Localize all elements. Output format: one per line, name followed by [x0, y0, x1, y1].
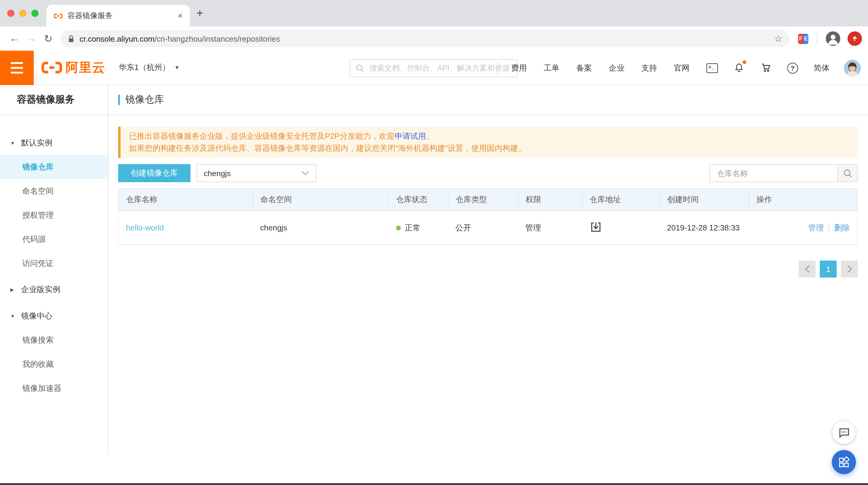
col-permission: 权限 [518, 189, 582, 211]
page-1-button[interactable]: 1 [820, 261, 837, 278]
repo-name-link[interactable]: hello-world [126, 223, 164, 232]
bookmark-star-icon[interactable]: ☆ [774, 33, 782, 44]
col-type: 仓库类型 [448, 189, 518, 211]
search-icon [843, 169, 852, 178]
sidebar-group-enterprise-instance[interactable]: ▶ 企业版实例 [0, 278, 108, 302]
browser-tab[interactable]: 容器镜像服务 × [46, 5, 190, 27]
sidebar-item-access-credentials[interactable]: 访问凭证 [0, 252, 108, 276]
sidebar-item-code-source[interactable]: 代码源 [0, 227, 108, 252]
notification-badge [743, 60, 746, 64]
fe-extension-icon[interactable]: FE [798, 33, 808, 44]
banner-line1: 已推出容器镜像服务企业版，提供企业级镜像安全托管及P2P分发能力，欢迎申请试用。 [129, 130, 849, 142]
chevron-left-icon [804, 265, 810, 273]
title-row: 容器镜像服务 镜像仓库 [0, 85, 868, 115]
sidebar: ▼ 默认实例 镜像仓库 命名空间 授权管理 代码源 访问凭证 ▶ 企业版实例 ▼… [0, 115, 108, 455]
repo-status: 正常 [396, 222, 441, 233]
chevron-down-icon [301, 171, 309, 175]
delete-link[interactable]: 删除 [834, 223, 850, 232]
browser-profile-icon[interactable] [826, 31, 840, 46]
user-avatar[interactable] [844, 59, 861, 76]
sidebar-group-image-center[interactable]: ▼ 镜像中心 [0, 304, 108, 328]
new-tab-button[interactable]: + [196, 7, 203, 19]
apply-trial-link[interactable]: 申请试用 [395, 132, 426, 141]
manage-link[interactable]: 管理 [808, 223, 824, 232]
namespace-select-value: chengjs [204, 169, 231, 178]
header-divider [497, 61, 498, 75]
help-icon[interactable]: ? [787, 62, 798, 73]
create-repository-button[interactable]: 创建镜像仓库 [118, 164, 190, 182]
back-icon[interactable]: ← [6, 33, 23, 45]
minimize-window-button[interactable] [19, 10, 27, 17]
cart-icon[interactable] [760, 62, 772, 74]
pagination: 1 [118, 261, 858, 278]
notification-bell-icon[interactable] [734, 62, 744, 74]
search-button[interactable] [837, 164, 858, 182]
title-accent-bar [118, 95, 120, 105]
repository-search [710, 164, 858, 182]
nav-support[interactable]: 支持 [641, 62, 657, 73]
sidebar-group-default-instance[interactable]: ▼ 默认实例 [0, 131, 108, 155]
forward-icon[interactable]: → [23, 33, 40, 45]
next-page-button[interactable] [841, 261, 858, 278]
macos-window-controls [7, 10, 38, 17]
chevron-down-icon: ▼ [174, 64, 180, 70]
sidebar-item-repositories[interactable]: 镜像仓库 [0, 155, 108, 179]
triangle-down-icon: ▼ [10, 313, 16, 319]
repositories-table: 仓库名称 命名空间 仓库状态 仓库类型 权限 仓库地址 创建时间 操作 hell… [118, 188, 858, 245]
chat-bubble-icon [838, 427, 849, 438]
lock-icon [67, 35, 75, 42]
language-selector[interactable]: 简体 [814, 62, 830, 73]
apps-grid-icon [838, 456, 850, 468]
notice-banner: 已推出容器镜像服务企业版，提供企业级镜像安全托管及P2P分发能力，欢迎申请试用。… [118, 127, 858, 158]
nav-icp[interactable]: 备案 [576, 62, 592, 73]
aliyun-logo-icon [41, 60, 63, 75]
browser-update-icon[interactable] [847, 31, 862, 46]
sidebar-item-authorization[interactable]: 授权管理 [0, 203, 108, 227]
toolbar-controls: 创建镜像仓库 chengjs [118, 164, 858, 182]
toolbar-divider [817, 33, 817, 44]
table-row: hello-world chengjs 正常 公开 管理 2019 [119, 211, 858, 245]
sidebar-item-my-favorites[interactable]: 我的收藏 [0, 352, 108, 376]
nav-tickets[interactable]: 工单 [544, 62, 559, 73]
reload-icon[interactable]: ↻ [40, 32, 57, 45]
copy-address-icon[interactable] [589, 221, 602, 233]
region-selector[interactable]: 华东1（杭州） ▼ [119, 62, 180, 73]
sidebar-item-image-accelerator[interactable]: 镜像加速器 [0, 376, 108, 401]
feedback-chat-button[interactable] [832, 421, 855, 444]
nav-website[interactable]: 官网 [674, 62, 689, 73]
quick-nav-button[interactable] [832, 450, 856, 474]
browser-toolbar: ← → ↻ cr.console.aliyun.com/cn-hangzhou/… [0, 27, 868, 51]
cloudshell-icon[interactable]: >_ [707, 63, 718, 73]
col-namespace: 命名空间 [253, 189, 389, 211]
repo-permission: 管理 [518, 211, 582, 245]
browser-tabstrip: 容器镜像服务 × + [0, 0, 868, 27]
col-status: 仓库状态 [389, 189, 448, 211]
col-address: 仓库地址 [582, 189, 660, 211]
aliyun-logo[interactable]: 阿里云 [41, 59, 105, 76]
triangle-right-icon: ▶ [10, 287, 16, 292]
col-repo-name: 仓库名称 [119, 189, 253, 211]
console-search-input[interactable] [368, 63, 511, 73]
namespace-select[interactable]: chengjs [196, 164, 316, 182]
hamburger-menu-button[interactable] [0, 50, 34, 85]
repository-search-input[interactable] [710, 164, 837, 182]
repo-namespace: chengjs [253, 211, 389, 245]
close-window-button[interactable] [7, 10, 14, 17]
zoom-window-button[interactable] [31, 10, 38, 17]
repo-type: 公开 [448, 211, 518, 245]
nav-enterprise[interactable]: 企业 [609, 62, 624, 73]
col-actions: 操作 [749, 189, 858, 211]
close-tab-icon[interactable]: × [178, 11, 183, 20]
prev-page-button[interactable] [799, 261, 815, 278]
tab-title: 容器镜像服务 [67, 10, 173, 21]
status-dot [396, 225, 401, 230]
nav-billing[interactable]: 费用 [511, 62, 527, 73]
sidebar-item-namespaces[interactable]: 命名空间 [0, 179, 108, 203]
sidebar-item-image-search[interactable]: 镜像搜索 [0, 328, 108, 352]
address-bar[interactable]: cr.console.aliyun.com/cn-hangzhou/instan… [60, 30, 789, 47]
col-created: 创建时间 [660, 189, 749, 211]
table-header-row: 仓库名称 命名空间 仓库状态 仓库类型 权限 仓库地址 创建时间 操作 [119, 189, 858, 211]
service-title: 容器镜像服务 [0, 85, 108, 115]
console-search-box[interactable] [350, 59, 517, 77]
banner-line2: 如果您的构建任务涉及源代码仓库、容器镜像仓库等资源在国内，建议您关闭“海外机器构… [129, 142, 849, 154]
